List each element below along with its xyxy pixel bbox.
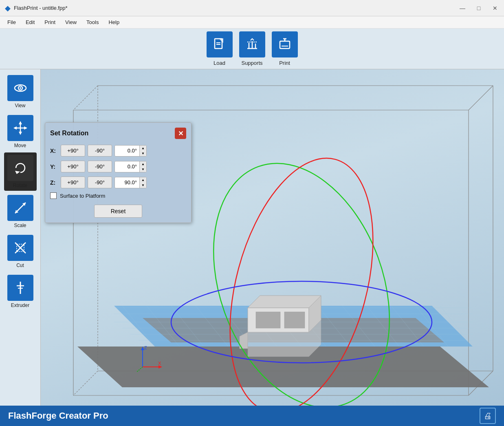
menu-item-view[interactable]: View xyxy=(61,18,81,27)
svg-point-73 xyxy=(182,139,421,406)
minimize-button[interactable]: — xyxy=(458,4,467,12)
svg-rect-70 xyxy=(284,312,305,328)
x-spin-up[interactable]: ▲ xyxy=(140,146,146,151)
svg-point-75 xyxy=(171,281,432,363)
svg-point-14 xyxy=(20,87,21,89)
box-wireframe xyxy=(41,69,504,406)
svg-marker-45 xyxy=(143,318,444,342)
svg-line-62 xyxy=(367,306,399,347)
y-spin-buttons: ▲ ▼ xyxy=(139,161,146,172)
load-label: Load xyxy=(213,60,225,66)
supports-icon xyxy=(239,31,265,57)
menu-item-tools[interactable]: Tools xyxy=(82,18,103,27)
dialog-header: Set Rotation ✕ xyxy=(50,128,186,139)
surface-platform-label: Surface to Platform xyxy=(60,193,105,199)
x-pos90-button[interactable]: +90° xyxy=(61,145,85,157)
surface-platform-row: Surface to Platform xyxy=(50,192,186,199)
x-neg90-button[interactable]: -90° xyxy=(88,145,112,157)
z-value-input[interactable] xyxy=(115,178,139,187)
svg-point-74 xyxy=(205,142,398,406)
app-logo: ◆ xyxy=(5,4,11,13)
print-icon xyxy=(272,31,298,57)
svg-line-63 xyxy=(391,306,424,347)
svg-marker-67 xyxy=(248,296,321,308)
reset-button[interactable]: Reset xyxy=(94,205,143,218)
sidebar-btn-rotate[interactable]: Rotate xyxy=(4,152,37,191)
svg-marker-71 xyxy=(240,332,248,349)
move-sidebar-label: Move xyxy=(14,143,26,148)
svg-text:Z: Z xyxy=(144,345,147,350)
rotate-sidebar-label: Rotate xyxy=(13,183,27,188)
maximize-button[interactable]: □ xyxy=(475,4,483,12)
z-spin-up[interactable]: ▲ xyxy=(140,177,146,183)
svg-line-52 xyxy=(122,306,155,347)
sidebar-btn-move[interactable]: Move xyxy=(4,113,37,151)
x-spin-down[interactable]: ▼ xyxy=(140,151,146,156)
set-rotation-dialog: Set Rotation ✕ X: +90° -90° ▲ ▼ Y: xyxy=(45,122,191,223)
z-pos90-button[interactable]: +90° xyxy=(61,177,85,188)
title-bar: ◆ FlashPrint - untitle.fpp* — □ ✕ xyxy=(0,0,504,16)
svg-line-53 xyxy=(147,306,179,347)
x-spin-buttons: ▲ ▼ xyxy=(139,146,146,156)
axis-indicator: Z X xyxy=(134,344,163,373)
x-value-input[interactable] xyxy=(115,146,139,155)
svg-line-58 xyxy=(269,306,302,347)
svg-line-54 xyxy=(171,306,204,347)
surface-platform-checkbox[interactable] xyxy=(50,192,57,199)
toolbar-btn-supports[interactable]: Supports xyxy=(239,31,265,66)
y-pos90-button[interactable]: +90° xyxy=(61,161,85,172)
sidebar-btn-view[interactable]: View xyxy=(4,73,37,111)
svg-marker-20 xyxy=(24,126,27,130)
dialog-close-button[interactable]: ✕ xyxy=(175,128,186,139)
dialog-title: Set Rotation xyxy=(50,130,88,137)
z-spin-down[interactable]: ▼ xyxy=(140,183,146,188)
sidebar: View Move Rotate Scale Cut Extruder xyxy=(0,69,41,406)
y-neg90-button[interactable]: -90° xyxy=(88,161,112,172)
svg-line-65 xyxy=(440,306,473,347)
svg-marker-44 xyxy=(114,306,473,347)
menu-bar: FileEditPrintViewToolsHelp xyxy=(0,16,504,29)
menu-item-help[interactable]: Help xyxy=(104,18,123,27)
y-spin-down[interactable]: ▼ xyxy=(140,167,146,172)
statusbar-printer-icon: 🖨 xyxy=(480,408,496,424)
svg-line-36 xyxy=(469,86,493,110)
svg-marker-72 xyxy=(248,320,321,357)
svg-line-82 xyxy=(136,367,143,372)
toolbar-btn-print[interactable]: Print xyxy=(272,31,298,66)
svg-marker-17 xyxy=(19,121,22,124)
svg-line-57 xyxy=(244,306,277,347)
svg-line-60 xyxy=(318,306,350,347)
sidebar-btn-extruder[interactable]: Extruder xyxy=(4,272,37,311)
svg-line-59 xyxy=(293,306,326,347)
menu-item-file[interactable]: File xyxy=(3,18,20,27)
z-neg90-button[interactable]: -90° xyxy=(88,177,112,188)
toolbar-btn-load[interactable]: Load xyxy=(207,31,233,66)
viewport: Z X Set Rotation ✕ X: +90° -90° xyxy=(41,69,504,406)
scale-sidebar-icon xyxy=(7,195,33,221)
main-area: View Move Rotate Scale Cut Extruder xyxy=(0,69,504,406)
move-sidebar-icon xyxy=(7,115,33,141)
sidebar-btn-cut[interactable]: Cut xyxy=(4,232,37,271)
close-button[interactable]: ✕ xyxy=(491,4,499,12)
y-rotation-row: Y: +90° -90° ▲ ▼ xyxy=(50,161,186,172)
svg-line-56 xyxy=(220,306,253,347)
view-sidebar-icon xyxy=(7,75,33,101)
rotation-arcs xyxy=(41,69,504,406)
svg-marker-66 xyxy=(248,308,309,332)
y-value-input[interactable] xyxy=(115,162,139,171)
svg-marker-77 xyxy=(141,347,144,350)
y-spin-up[interactable]: ▲ xyxy=(140,161,146,167)
supports-label: Supports xyxy=(241,60,262,66)
menu-item-print[interactable]: Print xyxy=(40,18,59,27)
menu-item-edit[interactable]: Edit xyxy=(22,18,39,27)
svg-line-55 xyxy=(196,306,228,347)
sidebar-btn-scale[interactable]: Scale xyxy=(4,192,37,231)
3d-object xyxy=(235,283,358,365)
print-label: Print xyxy=(279,60,290,66)
extruder-sidebar-label: Extruder xyxy=(11,302,29,308)
svg-marker-19 xyxy=(13,126,17,130)
svg-rect-8 xyxy=(280,41,290,49)
toolbar: Load Supports Print xyxy=(0,29,504,69)
svg-text:X: X xyxy=(158,361,161,366)
titlebar-controls: — □ ✕ xyxy=(458,4,499,12)
